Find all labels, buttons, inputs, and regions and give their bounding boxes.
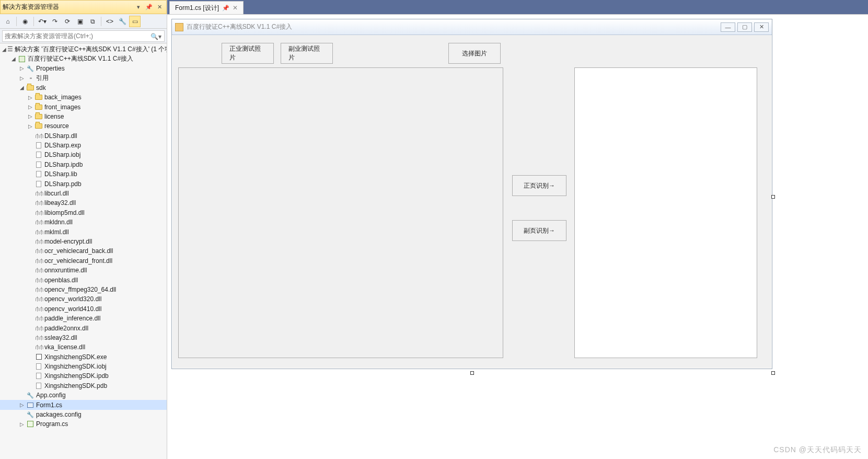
search-input[interactable] (2, 30, 165, 42)
folder-node[interactable]: ▷resource (0, 121, 167, 131)
resize-handle[interactable] (470, 371, 474, 375)
file-node[interactable]: XingshizhengSDK.pdb (0, 381, 167, 391)
file-node[interactable]: ocr_vehiclecard_back.dll (0, 246, 167, 256)
resize-handle[interactable] (771, 371, 775, 375)
file-node[interactable]: onnxruntime.dll (0, 266, 167, 275)
appconfig-node[interactable]: App.config (0, 391, 167, 400)
file-node[interactable]: vka_license.dll (0, 342, 167, 352)
maximize-button[interactable]: ▢ (737, 22, 752, 32)
properties-node[interactable]: ▷Properties (0, 64, 167, 73)
back-test-button[interactable]: 副业测试照片 (281, 43, 333, 64)
file-node[interactable]: opencv_ffmpeg320_64.dll (0, 285, 167, 294)
expand-arrow-icon[interactable]: ▷ (19, 75, 25, 81)
properties-icon[interactable]: 🔧 (117, 16, 128, 27)
close-icon[interactable]: ✕ (233, 4, 238, 12)
expand-arrow-icon[interactable]: ◢ (2, 47, 6, 52)
expand-arrow-icon[interactable]: ◢ (10, 56, 17, 62)
file-node[interactable]: opencv_world320.dll (0, 294, 167, 304)
project-node[interactable]: ◢百度行驶证C++离线SDK V1.1 C#接入 (0, 54, 167, 63)
node-icon (34, 382, 43, 390)
file-node[interactable]: XingshizhengSDK.iobj (0, 362, 167, 371)
dropdown-icon[interactable]: ▾ (134, 3, 143, 12)
pin-icon[interactable]: 📌 (222, 5, 229, 12)
references-node[interactable]: ▷引用 (0, 73, 167, 83)
node-label: libeay32.dll (44, 199, 76, 206)
file-node[interactable]: DLSharp.dll (0, 131, 167, 141)
file-node[interactable]: DLSharp.exp (0, 141, 167, 150)
expand-arrow-icon[interactable]: ▷ (19, 421, 25, 427)
expand-arrow-icon[interactable]: ▷ (27, 113, 33, 119)
winform-preview[interactable]: 百度行驶证C++离线SDK V1.1 C#接入 — ▢ ✕ 正业测试照片 副业测… (171, 19, 772, 369)
node-icon (34, 132, 43, 140)
packagesconfig-node[interactable]: packages.config (0, 410, 167, 419)
file-node[interactable]: ocr_vehiclecard_front.dll (0, 256, 167, 266)
recognize-back-button[interactable]: 副页识别→ (512, 220, 566, 241)
forward-icon[interactable]: ↷ (49, 16, 61, 27)
refresh-icon[interactable]: ⟳ (62, 16, 73, 27)
folder-node[interactable]: ▷license (0, 112, 167, 121)
file-node[interactable]: DLSharp.iobj (0, 150, 167, 159)
node-icon (34, 247, 43, 255)
file-node[interactable]: XingshizhengSDK.ipdb (0, 371, 167, 381)
window-titlebar: 百度行驶证C++离线SDK V1.1 C#接入 — ▢ ✕ (172, 19, 772, 35)
recognize-front-button[interactable]: 正页识别→ (512, 175, 566, 196)
code-view-icon[interactable]: <> (104, 16, 115, 27)
node-label: back_images (44, 94, 82, 101)
resize-handle[interactable] (771, 195, 775, 199)
node-icon: ☰ (7, 45, 13, 53)
node-icon (26, 410, 34, 419)
minimize-button[interactable]: — (721, 22, 735, 32)
collapse-all-icon[interactable]: ▣ (74, 16, 86, 27)
file-node[interactable]: openblas.dll (0, 275, 167, 284)
file-node[interactable]: ssleay32.dll (0, 333, 167, 342)
front-test-button[interactable]: 正业测试照片 (222, 43, 274, 64)
expand-arrow-icon[interactable]: ▷ (19, 402, 25, 408)
file-node[interactable]: DLSharp.pdb (0, 179, 167, 188)
close-icon[interactable]: ✕ (155, 3, 164, 12)
separator (16, 17, 17, 26)
expand-arrow-icon[interactable]: ▷ (19, 65, 25, 71)
file-node[interactable]: libiomp5md.dll (0, 208, 167, 217)
program-node[interactable]: ▷Program.cs (0, 419, 167, 429)
solution-tree[interactable]: ◢☰解决方案 '百度行驶证C++离线SDK V1.1 C#接入' (1 个项目◢… (0, 43, 167, 459)
back-history-icon[interactable]: ↶▾ (37, 16, 48, 27)
tab-form1-design[interactable]: Form1.cs [设计] 📌 ✕ (169, 1, 244, 14)
file-node[interactable]: opencv_world410.dll (0, 304, 167, 314)
choose-image-button[interactable]: 选择图片 (448, 43, 501, 64)
node-label: libiomp5md.dll (44, 209, 85, 216)
file-node[interactable]: paddle2onnx.dll (0, 323, 167, 332)
expand-arrow-icon[interactable]: ▷ (27, 104, 33, 110)
show-all-icon[interactable]: ⧉ (87, 16, 98, 27)
expand-arrow-icon[interactable]: ◢ (19, 85, 25, 90)
home-icon[interactable]: ⌂ (2, 16, 14, 27)
folder-node[interactable]: ▷back_images (0, 93, 167, 102)
file-node[interactable]: XingshizhengSDK.exe (0, 352, 167, 362)
expand-arrow-icon[interactable]: ▷ (27, 123, 33, 129)
file-node[interactable]: DLSharp.lib (0, 169, 167, 179)
file-node[interactable]: paddle_inference.dll (0, 314, 167, 323)
panel-toolbar: ⌂ ◉ ↶▾ ↷ ⟳ ▣ ⧉ <> 🔧 ▭ (0, 14, 167, 29)
node-icon (34, 170, 43, 178)
file-node[interactable]: libcurl.dll (0, 189, 167, 198)
scope-icon[interactable]: ◉ (19, 16, 31, 27)
solution-explorer-panel: 解决方案资源管理器 ▾ 📌 ✕ ⌂ ◉ ↶▾ ↷ ⟳ ▣ ⧉ <> 🔧 ▭ 🔍▾… (0, 0, 167, 459)
pin-icon[interactable]: 📌 (144, 3, 154, 12)
solution-node[interactable]: ◢☰解决方案 '百度行驶证C++离线SDK V1.1 C#接入' (1 个项目 (0, 44, 167, 54)
node-icon (34, 314, 43, 323)
sdk-folder-node[interactable]: ◢sdk (0, 83, 167, 93)
file-node[interactable]: mkldnn.dll (0, 217, 167, 227)
expand-arrow-icon[interactable]: ▷ (27, 95, 33, 100)
file-node[interactable]: model-encrypt.dll (0, 237, 167, 246)
file-node[interactable]: DLSharp.ipdb (0, 160, 167, 169)
close-button[interactable]: ✕ (754, 22, 769, 32)
file-node[interactable]: libeay32.dll (0, 198, 167, 208)
preview-icon[interactable]: ▭ (129, 16, 141, 27)
file-node[interactable]: mklml.dll (0, 227, 167, 236)
form1-node[interactable]: ▷Form1.cs (0, 400, 167, 409)
form-canvas: 百度行驶证C++离线SDK V1.1 C#接入 — ▢ ✕ 正业测试照片 副业测… (171, 19, 864, 455)
designer-surface[interactable]: 百度行驶证C++离线SDK V1.1 C#接入 — ▢ ✕ 正业测试照片 副业测… (167, 14, 868, 459)
result-textbox[interactable] (574, 67, 757, 358)
node-icon (34, 199, 43, 207)
folder-node[interactable]: ▷front_images (0, 102, 167, 111)
node-icon (34, 324, 43, 332)
